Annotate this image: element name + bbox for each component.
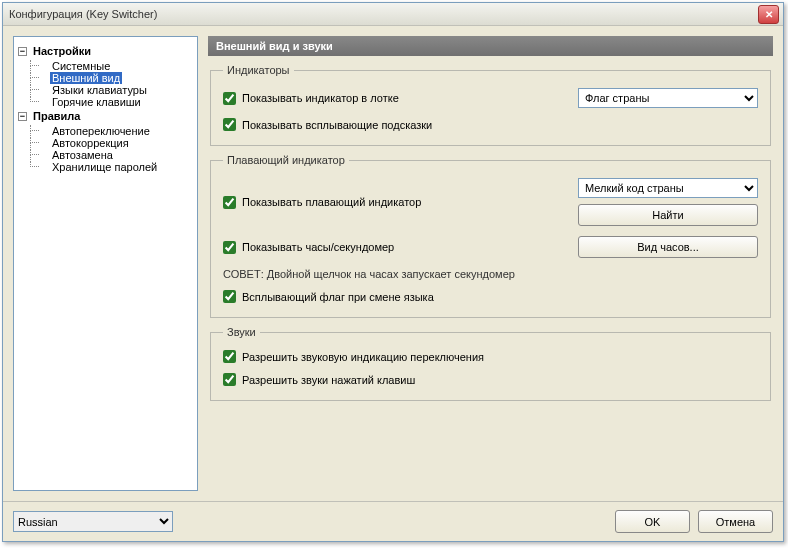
footer: Russian OK Отмена — [3, 501, 783, 541]
titlebar: Конфигурация (Key Switcher) ✕ — [3, 3, 783, 26]
body: − Настройки Системные Внешний вид Языки … — [3, 26, 783, 501]
chk-popup-flag[interactable] — [223, 290, 236, 303]
group-sounds: Звуки Разрешить звуковую индикацию перек… — [210, 326, 771, 401]
tree-item-autoswitch[interactable]: Автопереключение — [18, 125, 193, 137]
collapse-icon[interactable]: − — [18, 47, 27, 56]
btn-clock-style[interactable]: Вид часов... — [578, 236, 758, 258]
chk-clock[interactable] — [223, 241, 236, 254]
group-legend: Индикаторы — [223, 64, 294, 76]
chk-sound-keys[interactable] — [223, 373, 236, 386]
tree-item-passwords[interactable]: Хранилище паролей — [18, 161, 193, 173]
combo-language[interactable]: Russian — [13, 511, 173, 532]
chk-sound-switch[interactable] — [223, 350, 236, 363]
hint-text: СОВЕТ: Двойной щелчок на часах запускает… — [223, 268, 515, 280]
combo-floating-style[interactable]: Мелкий код страны — [578, 178, 758, 198]
ok-button[interactable]: OK — [615, 510, 690, 533]
nav-tree[interactable]: − Настройки Системные Внешний вид Языки … — [13, 36, 198, 491]
combo-tray-style[interactable]: Флаг страны — [578, 88, 758, 108]
close-button[interactable]: ✕ — [758, 5, 779, 24]
tree-root-rules[interactable]: − Правила — [18, 108, 193, 124]
close-icon: ✕ — [765, 9, 773, 20]
tree-item-autocorrect[interactable]: Автокоррекция — [18, 137, 193, 149]
tree-item-hotkeys[interactable]: Горячие клавиши — [18, 96, 193, 108]
tree-item-system[interactable]: Системные — [18, 60, 193, 72]
tree-label[interactable]: Правила — [31, 110, 82, 122]
collapse-icon[interactable]: − — [18, 112, 27, 121]
page-title: Внешний вид и звуки — [208, 36, 773, 56]
tree-root-settings[interactable]: − Настройки — [18, 43, 193, 59]
group-floating: Плавающий индикатор Показывать плавающий… — [210, 154, 771, 318]
chk-tray-indicator[interactable] — [223, 92, 236, 105]
tree-item-appearance[interactable]: Внешний вид — [18, 72, 193, 84]
chk-label: Разрешить звуки нажатий клавиш — [242, 374, 415, 386]
tree-item-layouts[interactable]: Языки клавиатуры — [18, 84, 193, 96]
tree-item-autoreplace[interactable]: Автозамена — [18, 149, 193, 161]
cancel-button[interactable]: Отмена — [698, 510, 773, 533]
chk-label: Показывать всплывающие подсказки — [242, 119, 432, 131]
config-window: Конфигурация (Key Switcher) ✕ − Настройк… — [2, 2, 784, 542]
group-indicators: Индикаторы Показывать индикатор в лотке … — [210, 64, 771, 146]
chk-label: Показывать плавающий индикатор — [242, 196, 421, 208]
chk-tooltips[interactable] — [223, 118, 236, 131]
chk-label: Показывать часы/секундомер — [242, 241, 394, 253]
chk-label: Показывать индикатор в лотке — [242, 92, 399, 104]
btn-find[interactable]: Найти — [578, 204, 758, 226]
chk-floating-indicator[interactable] — [223, 196, 236, 209]
window-title: Конфигурация (Key Switcher) — [9, 8, 758, 20]
group-legend: Плавающий индикатор — [223, 154, 349, 166]
chk-label: Разрешить звуковую индикацию переключени… — [242, 351, 484, 363]
tree-label[interactable]: Настройки — [31, 45, 93, 57]
content-panel: Внешний вид и звуки Индикаторы Показыват… — [208, 36, 773, 491]
group-legend: Звуки — [223, 326, 260, 338]
chk-label: Всплывающий флаг при смене языка — [242, 291, 434, 303]
